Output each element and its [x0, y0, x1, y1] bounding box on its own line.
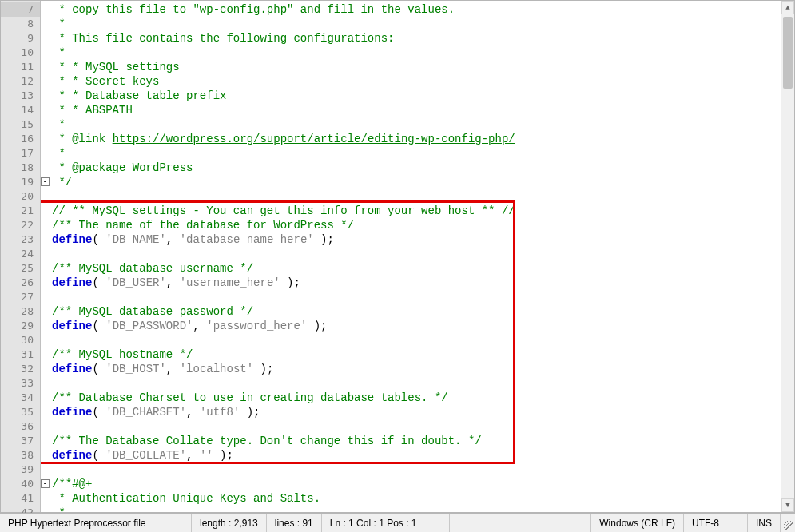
line-number: 15 [1, 117, 40, 132]
code-line[interactable]: define( 'DB_NAME', 'database_name_here' … [52, 232, 794, 247]
code-line[interactable] [52, 333, 794, 347]
code-token: * @link [52, 133, 113, 145]
code-token: , [186, 449, 200, 462]
code-line[interactable]: /** MySQL database password */ [52, 304, 794, 319]
status-cursor-position: Ln : 1 Col : 1 Pos : 1 [322, 514, 450, 532]
code-token: * [52, 46, 66, 59]
line-number: 13 [1, 89, 40, 103]
code-token: * [52, 118, 66, 131]
code-line[interactable]: * * Secret keys [52, 74, 794, 89]
status-input-mode[interactable]: INS [748, 514, 781, 532]
code-token: 'DB_USER' [105, 276, 166, 289]
code-token: * copy this file to "wp-config.php" and … [52, 3, 455, 16]
code-line[interactable]: * [52, 17, 794, 31]
line-number: 32 [1, 362, 40, 376]
code-token: define [52, 406, 92, 419]
code-token: ); [213, 449, 233, 462]
code-token: define [52, 233, 92, 246]
code-line[interactable]: * Authentication Unique Keys and Salts. [52, 491, 794, 506]
code-line[interactable] [52, 189, 794, 204]
line-number: 31 [1, 347, 40, 362]
line-number: 12 [1, 74, 40, 89]
line-number: 24 [1, 247, 40, 261]
line-number: 9 [1, 31, 40, 46]
line-number: 36 [1, 419, 40, 434]
code-line[interactable] [52, 463, 794, 477]
code-line[interactable]: * @package WordPress [52, 161, 794, 175]
code-line[interactable]: * * ABSPATH [52, 103, 794, 117]
code-line[interactable]: * [52, 117, 794, 132]
resize-grip-icon[interactable] [781, 514, 795, 532]
code-editor-area[interactable]: * copy this file to "wp-config.php" and … [41, 1, 794, 512]
code-line[interactable]: * [52, 146, 794, 161]
scroll-up-arrow[interactable]: ▲ [781, 1, 794, 14]
line-number-gutter: -- 7891011121314151617181920212223242526… [1, 1, 41, 512]
line-number: 33 [1, 376, 40, 391]
code-token: 'utf8' [200, 406, 240, 419]
line-number: 16 [1, 132, 40, 146]
code-line[interactable] [52, 419, 794, 434]
line-number: 37 [1, 434, 40, 448]
code-token: , [186, 406, 200, 419]
code-line[interactable]: /** Database Charset to use in creating … [52, 391, 794, 405]
line-number: 25 [1, 261, 40, 276]
code-line[interactable]: define( 'DB_COLLATE', '' ); [52, 448, 794, 463]
status-file-type: PHP Hypertext Preprocessor file [0, 514, 192, 532]
status-eol[interactable]: Windows (CR LF) [591, 514, 684, 532]
code-token: * * Secret keys [52, 75, 159, 88]
code-token: 'DB_CHARSET' [105, 406, 186, 419]
code-token: 'database_name_here' [180, 233, 314, 246]
code-token: ( [92, 233, 105, 246]
status-encoding[interactable]: UTF-8 [684, 514, 748, 532]
status-spacer [450, 514, 592, 532]
line-number: 28 [1, 304, 40, 319]
line-number: 34 [1, 391, 40, 405]
code-token: * Authentication Unique Keys and Salts. [52, 492, 320, 505]
code-token: ); [314, 233, 334, 246]
code-line[interactable]: define( 'DB_PASSWORD', 'password_here' )… [52, 319, 794, 333]
code-line[interactable]: * @link https://wordpress.org/support/ar… [52, 132, 794, 146]
line-number: 30 [1, 333, 40, 347]
code-token: 'DB_HOST' [105, 363, 166, 375]
code-token: ( [92, 276, 105, 289]
line-number: 14 [1, 103, 40, 117]
code-line[interactable]: * [52, 46, 794, 60]
scroll-down-arrow[interactable]: ▼ [781, 498, 794, 512]
code-token: ); [253, 363, 273, 375]
code-line[interactable]: /** The Database Collate type. Don't cha… [52, 434, 794, 448]
code-token: * [52, 18, 66, 30]
code-token: ); [280, 276, 300, 289]
status-bar: PHP Hypertext Preprocessor file length :… [0, 513, 795, 532]
code-line[interactable]: // ** MySQL settings - You can get this … [52, 204, 794, 218]
line-number: 22 [1, 218, 40, 232]
code-line[interactable]: define( 'DB_USER', 'username_here' ); [52, 276, 794, 290]
code-line[interactable]: /** The name of the database for WordPre… [52, 218, 794, 232]
code-line[interactable]: * * MySQL settings [52, 60, 794, 74]
code-line[interactable] [52, 247, 794, 261]
vertical-scrollbar[interactable]: ▲ ▼ [781, 1, 794, 512]
code-token: * @package WordPress [52, 161, 193, 174]
code-token: // ** MySQL settings - You can get this … [52, 204, 515, 217]
code-token: 'username_here' [180, 276, 280, 289]
code-token: 'DB_COLLATE' [105, 449, 186, 462]
line-number: 35 [1, 405, 40, 419]
code-token: define [52, 449, 92, 462]
code-line[interactable] [52, 376, 794, 391]
code-line[interactable]: * copy this file to "wp-config.php" and … [52, 2, 794, 17]
scroll-thumb[interactable] [783, 17, 793, 89]
code-line[interactable]: * * Database table prefix [52, 89, 794, 103]
code-line[interactable]: /** MySQL database username */ [52, 261, 794, 276]
code-line[interactable]: define( 'DB_HOST', 'localhost' ); [52, 362, 794, 376]
code-line[interactable]: /**#@+ [52, 477, 794, 491]
code-token: /** The Database Collate type. Don't cha… [52, 435, 482, 447]
code-line[interactable]: * [52, 506, 794, 512]
code-line[interactable] [52, 290, 794, 304]
code-line[interactable]: * This file contains the following confi… [52, 31, 794, 46]
code-line[interactable]: */ [52, 175, 794, 189]
line-number: 29 [1, 319, 40, 333]
code-token: 'localhost' [180, 363, 253, 375]
line-number: 27 [1, 290, 40, 304]
code-line[interactable]: /** MySQL hostname */ [52, 347, 794, 362]
code-token: /** MySQL database username */ [52, 262, 253, 275]
code-line[interactable]: define( 'DB_CHARSET', 'utf8' ); [52, 405, 794, 419]
